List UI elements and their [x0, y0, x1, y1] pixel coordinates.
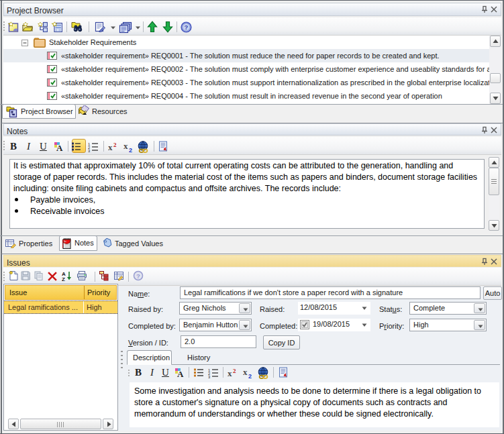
svg-text:x: x — [108, 142, 113, 152]
svg-text:3: 3 — [88, 149, 90, 152]
svg-text:?: ? — [136, 272, 140, 280]
svg-text:?: ? — [185, 23, 189, 31]
svg-text:x: x — [243, 368, 248, 377]
svg-text:Z: Z — [62, 276, 65, 282]
svg-text:2: 2 — [113, 142, 117, 148]
svg-text:2: 2 — [129, 147, 132, 153]
svg-text:3: 3 — [208, 375, 210, 378]
svg-text:x: x — [228, 368, 232, 378]
svg-text:x: x — [123, 142, 128, 151]
svg-text:2: 2 — [233, 368, 236, 374]
svg-text:2: 2 — [248, 373, 252, 379]
